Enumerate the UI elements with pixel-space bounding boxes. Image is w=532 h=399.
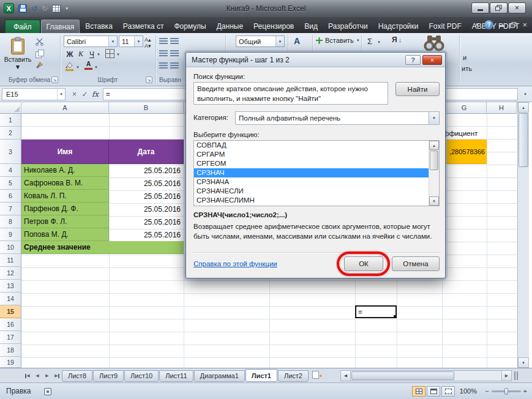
name-cell[interactable]: Попова М. Д. xyxy=(21,228,109,241)
copy-icon[interactable] xyxy=(34,48,44,58)
dropdown-arrow-icon[interactable]: ▼ xyxy=(108,36,117,47)
function-list-item[interactable]: СРГАРМ xyxy=(194,150,439,159)
next-sheet-button[interactable]: ▶ xyxy=(42,371,52,381)
row-header[interactable]: 3 xyxy=(0,140,21,164)
tab-vid[interactable]: Вид xyxy=(299,20,323,33)
dialog-title-bar[interactable]: Мастер функций - шаг 1 из 2 ? × xyxy=(186,53,445,67)
close-button[interactable]: × xyxy=(508,2,526,13)
clipboard-dialog-launcher[interactable]: ↘ xyxy=(51,76,58,83)
borders-icon[interactable] xyxy=(105,49,114,58)
scroll-left-icon[interactable]: ◀ xyxy=(341,371,351,381)
format-painter-icon[interactable] xyxy=(34,60,44,70)
redo-icon[interactable]: ↻ xyxy=(42,5,48,12)
align-top-icon[interactable] xyxy=(159,38,168,44)
row-header[interactable]: 14 xyxy=(0,293,21,305)
paste-button[interactable]: Вставить ▼ xyxy=(4,35,32,75)
name-box-dropdown-icon[interactable]: ▼ xyxy=(57,89,65,100)
row-header[interactable]: 9 xyxy=(0,228,21,241)
italic-button[interactable]: К xyxy=(76,49,86,59)
macro-record-icon[interactable] xyxy=(44,388,51,395)
column-header[interactable]: G xyxy=(442,102,487,114)
row-header[interactable]: 13 xyxy=(0,280,21,293)
grow-font-button[interactable]: А▴ xyxy=(144,37,151,43)
name-cell[interactable]: Парфенов Д. Ф. xyxy=(21,203,109,215)
align-center-icon[interactable] xyxy=(170,50,179,56)
date-cell[interactable]: 25.05.2016 xyxy=(109,177,184,190)
page-layout-view-button[interactable] xyxy=(427,386,440,397)
minimize-button[interactable] xyxy=(471,2,489,13)
function-list-item[interactable]: СРЗНАЧА xyxy=(194,177,439,187)
sort-filter-icon[interactable]: Я↓ xyxy=(392,35,402,44)
shrink-font-button[interactable]: А▾ xyxy=(144,43,151,49)
row-header[interactable]: 19 xyxy=(0,357,21,368)
table-header-name[interactable]: Имя xyxy=(21,140,109,164)
number-format-select[interactable]: Общий ▼ xyxy=(236,35,285,47)
font-color-icon[interactable]: А xyxy=(84,61,92,70)
row-header[interactable]: 7 xyxy=(0,203,21,215)
row-header[interactable]: 10 xyxy=(0,241,21,254)
align-middle-icon[interactable] xyxy=(170,38,179,44)
autosum-icon[interactable]: Σ xyxy=(367,37,372,46)
horizontal-scrollbar[interactable]: ◀ ▶ xyxy=(340,370,512,381)
cut-icon[interactable] xyxy=(34,37,44,47)
cancel-entry-icon[interactable]: × xyxy=(69,90,80,99)
name-cell[interactable]: Коваль Л. П. xyxy=(21,190,109,203)
insert-worksheet-icon[interactable]: * xyxy=(312,370,322,381)
date-cell[interactable]: 25.05.2016 xyxy=(109,215,184,228)
scroll-down-icon[interactable]: ▼ xyxy=(429,196,439,206)
dropdown-arrow-icon[interactable]: ▼ xyxy=(429,112,439,124)
name-box[interactable]: E15 ▼ xyxy=(2,88,66,100)
category-select[interactable]: Полный алфавитный перечень ▼ xyxy=(235,111,440,125)
font-color-dropdown-icon[interactable]: ▼ xyxy=(94,65,98,69)
formula-bar-expand-icon[interactable]: ▼ xyxy=(521,92,530,96)
save-icon[interactable] xyxy=(18,4,27,13)
name-cell[interactable]: Николаев А. Д. xyxy=(21,164,109,177)
date-cell[interactable]: 25.05.2016 xyxy=(109,190,184,203)
select-all-corner[interactable] xyxy=(0,102,21,114)
quick-table-icon[interactable] xyxy=(52,5,61,12)
zoom-out-icon[interactable]: − xyxy=(485,388,489,395)
underline-button[interactable]: Ч xyxy=(87,49,97,59)
name-cell[interactable]: Сафронова В. М. xyxy=(21,177,109,190)
row-header[interactable]: 6 xyxy=(0,190,21,203)
sheet-tab-list11[interactable]: Лист11 xyxy=(159,370,193,382)
confirm-entry-icon[interactable]: ✓ xyxy=(80,90,90,99)
scrollbar-thumb[interactable] xyxy=(519,113,528,167)
normal-view-button[interactable] xyxy=(412,386,425,397)
row-header[interactable]: 4 xyxy=(0,164,21,177)
coefficient-value-cell[interactable]: ,280578366 xyxy=(442,140,487,164)
tab-glavnaya[interactable]: Главная xyxy=(41,20,80,33)
tab-file[interactable]: Файл xyxy=(5,20,40,33)
align-left-icon[interactable] xyxy=(159,50,168,56)
function-list-item[interactable]: СРГЕОМ xyxy=(194,159,439,168)
tab-formuly[interactable]: Формулы xyxy=(170,20,211,33)
scroll-up-icon[interactable]: ▲ xyxy=(518,102,529,113)
page-break-view-button[interactable] xyxy=(441,386,455,397)
sheet-tab-list1-active[interactable]: Лист1 xyxy=(245,369,277,382)
zoom-thumb[interactable] xyxy=(504,388,508,395)
dropdown-arrow-icon[interactable]: ▼ xyxy=(275,36,284,47)
insert-cells-button[interactable]: Вставить▼ xyxy=(316,37,360,44)
function-help-link[interactable]: Справка по этой функции xyxy=(193,260,277,267)
underline-dropdown-icon[interactable]: ▼ xyxy=(97,53,100,56)
last-sheet-button[interactable]: ▶ xyxy=(52,371,62,381)
borders-dropdown-icon[interactable]: ▼ xyxy=(116,53,120,56)
scrollbar-thumb[interactable] xyxy=(430,151,438,170)
sheet-tab-list2[interactable]: Лист2 xyxy=(278,370,309,382)
function-list-item[interactable]: СРЗНАЧЕСЛИМН xyxy=(194,196,439,205)
fill-color-icon[interactable] xyxy=(65,61,74,71)
name-cell[interactable]: Петров Ф. Л. xyxy=(21,215,109,228)
scrollbar-thumb[interactable] xyxy=(351,371,454,380)
row-header[interactable]: 2 xyxy=(0,127,21,140)
find-select-icon[interactable] xyxy=(422,34,446,51)
row-header[interactable]: 12 xyxy=(0,267,21,280)
date-cell[interactable]: 25.05.2016 xyxy=(109,228,184,241)
dialog-close-button[interactable]: × xyxy=(422,55,442,65)
row-header[interactable]: 18 xyxy=(0,344,21,357)
function-list-item[interactable]: СОВПАД xyxy=(194,141,439,150)
excel-logo-icon[interactable]: X xyxy=(4,3,14,13)
scroll-right-icon[interactable]: ▶ xyxy=(501,371,511,381)
tab-vstavka[interactable]: Вставка xyxy=(80,20,118,33)
function-list-item-selected[interactable]: СРЗНАЧ xyxy=(194,168,439,177)
increase-indent-icon[interactable] xyxy=(170,62,179,69)
